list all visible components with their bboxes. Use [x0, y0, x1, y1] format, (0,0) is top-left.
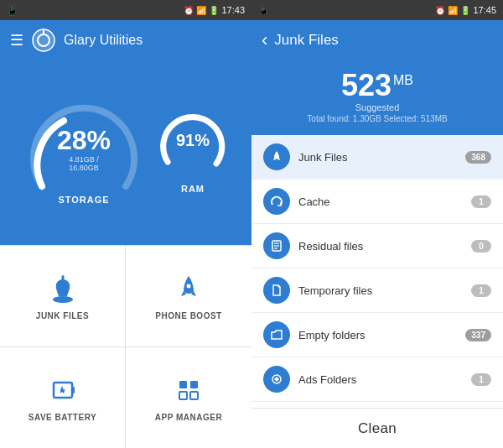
junk-item-badge-ads: 1 [471, 373, 491, 386]
grid-item-phone-boost[interactable]: PHONE BOOST [126, 246, 252, 347]
junk-item-label-ads: Ads Folders [298, 373, 471, 386]
summary-size: 523MB [341, 68, 413, 102]
app-manager-icon [173, 374, 205, 406]
storage-label: STORAGE [58, 195, 109, 205]
grid-item-app-manager[interactable]: APP MANAGER [126, 347, 252, 448]
rocket-icon [173, 273, 205, 305]
app-logo [32, 29, 55, 52]
svg-point-3 [53, 296, 73, 303]
android-icon: 📱 [7, 5, 18, 16]
ram-label: RAM [181, 184, 205, 194]
junk-item-cache[interactable]: Cache 1 [252, 180, 503, 224]
storage-gauge-text: 28% 4.81GB / 16.80GB [54, 127, 113, 172]
junk-item-label-cache: Cache [298, 195, 471, 208]
app-title: Glary Utilities [64, 33, 143, 48]
page-title: Junk Files [274, 32, 339, 49]
battery-icon-r: 🔋 [460, 6, 470, 15]
grid-section: JUNK FILES PHONE BOOST SAVE BATTERY [0, 245, 252, 448]
svg-rect-11 [179, 392, 187, 399]
svg-point-5 [184, 289, 194, 294]
junk-item-junk-files[interactable]: Junk Files 368 [252, 135, 503, 180]
right-panel: 📱 ⏰ 📶 🔋 17:45 ‹ Junk Files 523MB Suggest… [252, 0, 503, 448]
ram-text: 91% [176, 132, 210, 148]
alarm-icon-r: ⏰ [435, 6, 445, 15]
ram-container: 91% RAM [159, 112, 226, 194]
junk-item-badge-junk-files: 368 [465, 151, 491, 164]
blue-section: 28% 4.81GB / 16.80GB STORAGE 91% RAM [0, 60, 252, 245]
svg-rect-9 [179, 381, 187, 388]
ram-percent: 91% [176, 132, 210, 148]
ram-gauge: 91% [159, 112, 226, 179]
svg-point-6 [187, 284, 191, 288]
storage-percent: 28% [54, 127, 113, 154]
status-bar-right-right: ⏰ 📶 🔋 17:45 [435, 5, 496, 15]
menu-icon[interactable]: ☰ [10, 31, 23, 49]
summary-section: 523MB Suggested Total found: 1.30GB Sele… [252, 60, 503, 135]
cache-icon [263, 188, 290, 215]
junk-item-badge-cache: 1 [471, 195, 491, 208]
header-right: ‹ Junk Files [252, 20, 503, 60]
status-bar-right-left: 📱 [258, 6, 268, 15]
junk-item-big-files[interactable]: Big files (>10MB) 28 [252, 402, 503, 408]
alarm-icon: ⏰ [184, 6, 194, 15]
storage-sub: 4.81GB / 16.80GB [54, 155, 113, 172]
status-bar-right: 📱 ⏰ 📶 🔋 17:45 [252, 0, 503, 20]
summary-size-number: 523 [341, 68, 392, 102]
empty-folders-icon [263, 321, 290, 348]
battery-save-icon [47, 374, 79, 406]
summary-size-container: 523MB [265, 70, 490, 101]
grid-item-boost-label: PHONE BOOST [155, 311, 221, 320]
clean-button[interactable]: Clean [252, 408, 503, 448]
junk-item-badge-empty-folders: 337 [465, 329, 491, 341]
junk-files-icon [263, 143, 290, 170]
residual-icon [263, 232, 290, 259]
grid-item-junk-label: JUNK FILES [36, 311, 89, 320]
svg-rect-10 [190, 381, 198, 388]
junk-item-badge-temp: 1 [471, 284, 491, 297]
battery-icon: 🔋 [209, 6, 219, 15]
left-panel: 📱 ⏰ 📶 🔋 17:43 ☰ Glary Utilities [0, 0, 252, 448]
svg-rect-12 [190, 392, 198, 399]
junk-item-label-junk-files: Junk Files [298, 151, 465, 164]
status-bar-left: 📱 ⏰ 📶 🔋 17:43 [0, 0, 252, 20]
junk-item-label-residual: Residual files [298, 240, 471, 253]
grid-item-junk-files[interactable]: JUNK FILES [0, 246, 126, 347]
signal-icon: 📶 [196, 6, 206, 15]
summary-unit: MB [393, 73, 413, 87]
junk-item-badge-residual: 0 [471, 240, 491, 253]
junk-list: Junk Files 368 Cache 1 [252, 135, 503, 408]
ads-icon [263, 366, 290, 393]
broom-icon [47, 273, 79, 305]
junk-item-residual[interactable]: Residual files 0 [252, 224, 503, 268]
svg-rect-8 [72, 387, 75, 393]
status-bar-left-icons: 📱 [7, 5, 18, 16]
junk-item-label-temp: Temporary files [298, 284, 471, 297]
header-left: ☰ Glary Utilities [0, 20, 252, 60]
back-button[interactable]: ‹ [262, 29, 267, 51]
grid-item-save-battery[interactable]: SAVE BATTERY [0, 347, 126, 448]
status-bar-right-left: ⏰ 📶 🔋 17:43 [184, 5, 245, 15]
time-right: 17:45 [473, 5, 496, 15]
junk-item-ads[interactable]: Ads Folders 1 [252, 357, 503, 402]
summary-total: Total found: 1.30GB Selected: 513MB [265, 114, 490, 123]
grid-item-battery-label: SAVE BATTERY [29, 413, 96, 422]
grid-item-app-label: APP MANAGER [155, 413, 222, 422]
junk-item-empty-folders[interactable]: Empty folders 337 [252, 313, 503, 357]
temp-icon [263, 277, 290, 304]
svg-rect-4 [61, 275, 64, 282]
signal-icon-r: 📶 [448, 6, 458, 15]
summary-suggested: Suggested [265, 102, 490, 112]
storage-gauge: 28% 4.81GB / 16.80GB STORAGE [25, 94, 143, 211]
junk-item-label-empty-folders: Empty folders [298, 329, 465, 341]
junk-item-temp[interactable]: Temporary files 1 [252, 268, 503, 313]
time-left: 17:43 [221, 5, 245, 15]
